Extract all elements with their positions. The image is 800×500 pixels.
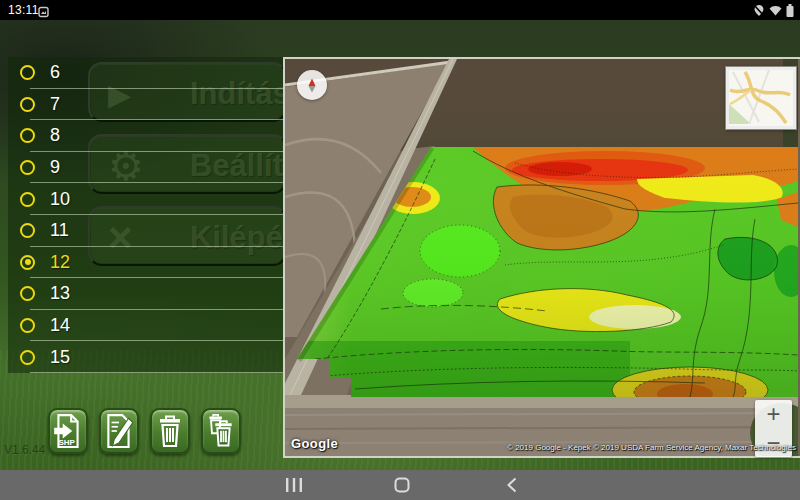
radio-icon[interactable] <box>20 160 35 175</box>
location-off-icon <box>753 4 765 17</box>
map-attribution: © 2019 Google - Képek © 2019 USDA Farm S… <box>507 443 796 452</box>
status-bar: 13:11 <box>0 0 800 20</box>
rate-option-12[interactable]: 12 <box>8 247 285 279</box>
edit-button[interactable] <box>99 408 139 454</box>
trash-all-icon <box>206 414 236 448</box>
rate-option-6[interactable]: 6 <box>8 57 285 89</box>
delete-all-button[interactable] <box>201 408 241 454</box>
delete-button[interactable] <box>150 408 190 454</box>
back-button[interactable] <box>500 470 524 500</box>
radio-icon[interactable] <box>20 192 35 207</box>
overview-minimap[interactable] <box>726 67 796 129</box>
rate-option-13[interactable]: 13 <box>8 278 285 310</box>
radio-icon[interactable] <box>20 65 35 80</box>
rate-list-panel: 6 7 8 9 10 11 12 13 14 15 <box>8 57 285 373</box>
svg-text:SHP: SHP <box>58 438 75 447</box>
radio-icon[interactable] <box>20 223 35 238</box>
recents-icon <box>285 478 303 492</box>
rate-option-9[interactable]: 9 <box>8 152 285 184</box>
home-button[interactable] <box>390 470 414 500</box>
radio-icon[interactable] <box>20 350 35 365</box>
google-logo: Google <box>291 436 338 451</box>
rate-option-8[interactable]: 8 <box>8 120 285 152</box>
home-icon <box>394 477 410 493</box>
back-icon <box>507 477 517 493</box>
minimap-roads <box>729 70 791 124</box>
compass-needle-icon <box>297 70 327 100</box>
status-icons <box>753 4 794 17</box>
compass-button[interactable] <box>297 70 327 100</box>
radio-icon[interactable] <box>20 286 35 301</box>
wifi-icon <box>769 5 782 16</box>
rate-option-14[interactable]: 14 <box>8 310 285 342</box>
zoom-in-button[interactable]: + <box>755 400 792 429</box>
radio-icon[interactable] <box>20 255 35 270</box>
clock: 13:11 <box>8 3 39 17</box>
rate-option-10[interactable]: 10 <box>8 183 285 215</box>
rate-option-11[interactable]: 11 <box>8 215 285 247</box>
edit-document-icon <box>104 414 134 448</box>
radio-icon[interactable] <box>20 318 35 333</box>
battery-icon <box>786 4 794 17</box>
radio-icon[interactable] <box>20 128 35 143</box>
radio-icon[interactable] <box>20 97 35 112</box>
trash-icon <box>156 414 184 448</box>
satellite-scene <box>285 59 798 456</box>
shp-file-icon: SHP <box>53 414 83 448</box>
app-version: V1.6.44 <box>4 443 45 457</box>
app-screen: { "status_bar": { "time": "13:11", "icon… <box>0 0 800 500</box>
file-toolbar: SHP <box>48 408 241 454</box>
recents-button[interactable] <box>282 470 306 500</box>
map-view[interactable]: + − Google © 2019 Google - Képek © 2019 … <box>283 57 800 458</box>
rate-option-7[interactable]: 7 <box>8 89 285 121</box>
rate-option-15[interactable]: 15 <box>8 341 285 373</box>
export-shp-button[interactable]: SHP <box>48 408 88 454</box>
android-nav-bar <box>0 470 800 500</box>
